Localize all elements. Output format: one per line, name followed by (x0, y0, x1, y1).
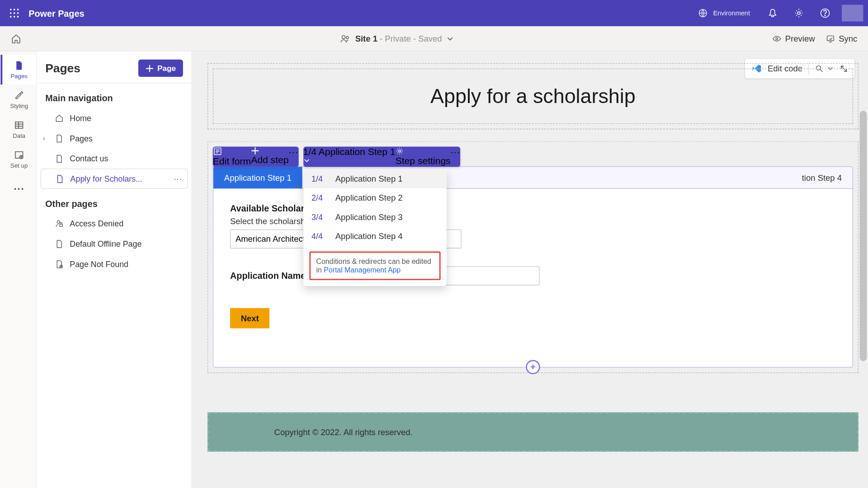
context-bar: Site 1 - Private - Saved Preview Sync (0, 26, 868, 51)
file-icon (14, 60, 24, 71)
add-page-button[interactable]: Page (138, 60, 183, 77)
step-selector-button[interactable]: 1/4 Application Step 1 (303, 146, 396, 167)
plus-icon (251, 146, 259, 155)
rail-pages[interactable]: Pages (0, 55, 36, 84)
step-more-button[interactable]: ··· (451, 146, 461, 167)
nav-item-offline[interactable]: Default Offline Page (41, 234, 188, 254)
svg-point-15 (776, 38, 778, 39)
svg-rect-17 (15, 122, 23, 128)
plus-icon (146, 64, 154, 72)
step-option-3[interactable]: 3/4Application Step 3 (303, 207, 446, 226)
portal-mgmt-link[interactable]: Portal Management App (324, 266, 401, 274)
svg-point-20 (57, 221, 60, 223)
site-switcher[interactable]: Site 1 - Private - Saved (21, 33, 772, 44)
rail-more[interactable]: ··· (0, 174, 36, 204)
svg-point-4 (14, 12, 15, 14)
svg-point-2 (17, 9, 19, 10)
site-name: Site 1 (355, 34, 377, 43)
svg-point-7 (14, 16, 15, 18)
file-icon (55, 239, 64, 248)
svg-point-10 (797, 12, 800, 14)
tab-step-4[interactable]: tion Step 4 (791, 167, 853, 188)
svg-point-3 (10, 12, 12, 14)
page-footer[interactable]: Copyright © 2022. All rights reserved. (208, 413, 859, 452)
chevron-right-icon[interactable]: › (43, 135, 45, 142)
preview-button[interactable]: Preview (772, 34, 815, 43)
waffle-icon (9, 8, 19, 18)
panel-title: Pages (45, 61, 80, 75)
edit-form-button[interactable]: Edit form (213, 146, 251, 167)
copyright-text: Copyright © 2022. All rights reserved. (274, 427, 413, 437)
add-step-button[interactable]: Add step (251, 146, 288, 167)
add-section-button[interactable]: + (526, 360, 540, 374)
form-toolbar-group1: Edit form Add step ··· (213, 146, 298, 167)
sync-icon (826, 34, 835, 43)
multistep-form-section[interactable]: Edit form Add step ··· (208, 141, 859, 373)
table-icon (14, 120, 24, 131)
nav-item-pages[interactable]: › Pages (41, 128, 188, 149)
next-button[interactable]: Next (230, 308, 270, 328)
nav-item-notfound[interactable]: Page Not Found (41, 254, 188, 274)
file-error-icon (55, 259, 64, 268)
chevron-down-icon (447, 35, 454, 42)
bell-icon (767, 8, 778, 19)
tab-step-1[interactable]: Application Step 1 (213, 167, 302, 188)
nav-item-access[interactable]: Access Denied (41, 213, 188, 234)
page-title: Apply for a scholarship (225, 84, 840, 108)
sync-button[interactable]: Sync (826, 34, 857, 43)
svg-point-12 (825, 15, 825, 16)
more-icon: ··· (451, 146, 461, 156)
help-icon (820, 8, 830, 19)
pages-panel: Pages Page Main navigation Home › Pages … (37, 51, 192, 488)
form-more-button[interactable]: ··· (288, 146, 298, 167)
home-icon (55, 113, 64, 122)
svg-point-8 (17, 16, 19, 18)
appname-label: Application Name (230, 271, 306, 281)
dropdown-note: Conditions & redirects can be edited in … (309, 251, 440, 280)
svg-point-1 (14, 9, 15, 10)
app-launcher-button[interactable] (5, 4, 24, 23)
brand-label: Power Pages (28, 8, 84, 18)
nav-item-home[interactable]: Home (41, 108, 188, 128)
svg-rect-21 (60, 224, 62, 226)
step-option-4[interactable]: 4/4Application Step 4 (303, 226, 446, 245)
hero-section[interactable]: Apply for a scholarship (208, 63, 859, 129)
svg-point-0 (10, 9, 12, 10)
svg-point-6 (10, 16, 12, 18)
item-more-button[interactable]: ··· (174, 174, 182, 183)
rail-setup[interactable]: Set up (0, 144, 36, 174)
sync-label: Sync (839, 34, 857, 43)
nav-item-contact[interactable]: Contact us (41, 148, 188, 169)
step-dropdown: 1/4Application Step 1 2/4Application Ste… (303, 169, 446, 286)
home-button[interactable] (11, 33, 22, 44)
step-settings-button[interactable]: Step settings (396, 146, 451, 167)
top-bar: Power Pages Environment (0, 0, 868, 26)
file-icon (55, 134, 64, 143)
svg-point-25 (399, 150, 401, 152)
svg-point-14 (346, 36, 348, 38)
home-icon (11, 33, 22, 44)
environment-picker[interactable]: Environment (698, 8, 750, 19)
step-option-2[interactable]: 2/4Application Step 2 (303, 188, 446, 207)
environment-label: Environment (713, 9, 750, 17)
left-rail: Pages Styling Data Set up ··· (0, 51, 37, 488)
step-option-1[interactable]: 1/4Application Step 1 (303, 169, 446, 188)
brush-icon (14, 90, 24, 101)
design-canvas: Edit code Apply for a scholarship (192, 51, 868, 488)
person-lock-icon (55, 219, 64, 228)
gear-icon (793, 8, 804, 19)
svg-point-13 (342, 35, 345, 38)
rail-styling[interactable]: Styling (0, 84, 36, 114)
rail-data[interactable]: Data (0, 114, 36, 144)
settings-button[interactable] (786, 0, 812, 26)
notifications-button[interactable] (760, 0, 786, 26)
help-button[interactable] (812, 0, 838, 26)
nav-item-apply[interactable]: Apply for Scholars... ··· (41, 169, 188, 189)
setup-icon (14, 150, 24, 160)
people-icon (340, 33, 350, 44)
form-icon (213, 146, 222, 156)
user-avatar[interactable] (842, 5, 863, 22)
site-status: - Private - Saved (377, 34, 442, 43)
chevron-down-icon (303, 157, 310, 164)
form-toolbar-group2: 1/4 Application Step 1 Step settings ··· (303, 146, 461, 167)
